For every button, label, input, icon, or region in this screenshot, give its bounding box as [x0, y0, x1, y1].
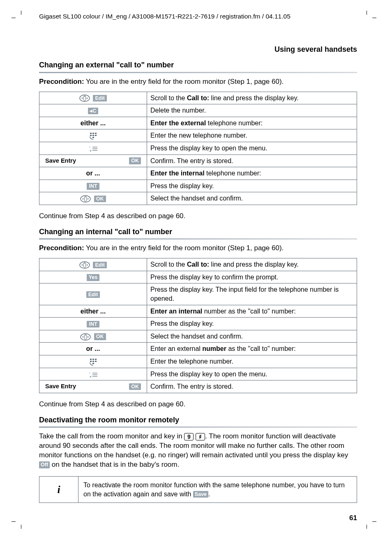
- nav-key-icon: [79, 261, 90, 269]
- table-row: OK Select the handset and confirm.: [39, 330, 357, 343]
- svg-text:?: ?: [89, 146, 90, 149]
- table-row: Edit Press the display key. The input fi…: [39, 283, 357, 305]
- section1-table: Edit Scroll to the Call to: line and pre…: [39, 92, 357, 205]
- table-row: either ... Enter an internal number as t…: [39, 305, 357, 318]
- keypad-icon: [89, 358, 98, 365]
- keypad-icon: [89, 132, 98, 139]
- softkey-int: INT: [87, 183, 99, 189]
- section2-heading: Changing an internal "call to" number: [39, 227, 357, 237]
- softkey-edit: Edit: [86, 291, 100, 298]
- softkey-yes: Yes: [87, 274, 100, 281]
- page-title: Using several handsets: [39, 44, 357, 54]
- svg-rect-24: [95, 361, 97, 362]
- section1-precondition: Precondition: You are in the entry field…: [39, 77, 357, 87]
- table-row: ? Press the display key to open the menu…: [39, 368, 357, 380]
- softkey-ok: OK: [94, 333, 106, 340]
- info-box: i To reactivate the room monitor functio…: [39, 476, 357, 503]
- softkey-edit: Edit: [93, 262, 107, 268]
- svg-rect-9: [92, 147, 97, 148]
- svg-rect-25: [92, 363, 94, 364]
- key-9: 9: [184, 433, 194, 440]
- svg-rect-28: [92, 376, 97, 377]
- svg-rect-27: [92, 374, 97, 375]
- table-row: ◂C Delete the number.: [39, 104, 357, 117]
- softkey-ok: OK: [129, 383, 141, 390]
- table-row: Edit Scroll to the Call to: line and pre…: [39, 92, 357, 104]
- svg-rect-8: [92, 137, 94, 138]
- svg-rect-7: [95, 135, 97, 136]
- nav-key-icon: [79, 94, 90, 102]
- nav-key-icon: [80, 333, 91, 341]
- svg-rect-22: [90, 361, 92, 362]
- softkey-off: Off: [39, 461, 50, 468]
- save-entry-label: Save Entry: [45, 383, 76, 391]
- svg-rect-19: [90, 359, 92, 360]
- menu-icon: ?: [88, 145, 98, 152]
- divider: [39, 72, 357, 73]
- section1-continue: Continue from Step 4 as described on pag…: [39, 212, 357, 221]
- table-row: or ... Enter an external number as the "…: [39, 343, 357, 355]
- svg-rect-23: [92, 361, 94, 362]
- svg-rect-6: [92, 135, 94, 136]
- table-row: either ... Enter the external telephone …: [39, 117, 357, 129]
- divider: [39, 238, 357, 240]
- svg-rect-26: [92, 373, 97, 373]
- section2-table: Edit Scroll to the Call to: line and pre…: [39, 258, 357, 393]
- key-hash: ♯: [196, 433, 205, 440]
- section3-heading: Deactivating the room monitor remotely: [39, 415, 357, 425]
- svg-rect-10: [92, 148, 97, 149]
- softkey-edit: Edit: [93, 95, 107, 101]
- svg-rect-20: [92, 359, 94, 360]
- svg-rect-2: [90, 133, 92, 134]
- svg-rect-11: [92, 150, 97, 151]
- svg-rect-5: [90, 135, 92, 136]
- softkey-ok: OK: [94, 196, 106, 202]
- table-row: Enter the new telephone number.: [39, 129, 357, 142]
- softkey-ok: OK: [129, 157, 141, 164]
- table-row: Yes Press the display key to confirm the…: [39, 271, 357, 283]
- table-row: or ... Enter the internal telephone numb…: [39, 167, 357, 180]
- save-entry-label: Save Entry: [45, 157, 76, 165]
- table-row: INT Press the display key.: [39, 180, 357, 192]
- svg-rect-3: [92, 133, 94, 134]
- page-number: 61: [39, 514, 357, 523]
- menu-icon: ?: [88, 371, 98, 378]
- doc-header: Gigaset SL100 colour / IM_eng / A31008-M…: [39, 12, 291, 21]
- table-row: ? Press the display key to open the menu…: [39, 142, 357, 155]
- table-row: OK Select the handset and confirm.: [39, 192, 357, 205]
- table-row: INT Press the display key.: [39, 318, 357, 330]
- softkey-clear: ◂C: [88, 108, 98, 114]
- svg-rect-4: [95, 133, 97, 134]
- softkey-save: Save: [193, 491, 208, 498]
- svg-text:?: ?: [89, 372, 90, 375]
- table-row: Edit Scroll to the Call to: line and pre…: [39, 258, 357, 271]
- section3-paragraph: Take the call from the room monitor and …: [39, 432, 357, 470]
- section2-precondition: Precondition: You are in the entry field…: [39, 244, 357, 253]
- table-row: Save Entry OK Confirm. The entry is stor…: [39, 154, 357, 167]
- svg-rect-21: [95, 359, 97, 360]
- table-row: Save Entry OK Confirm. The entry is stor…: [39, 380, 357, 393]
- info-icon: i: [39, 476, 78, 502]
- table-row: Enter the telephone number.: [39, 355, 357, 368]
- divider: [39, 426, 357, 428]
- section2-continue: Continue from Step 4 as described on pag…: [39, 400, 357, 409]
- section1-heading: Changing an external "call to" number: [39, 60, 357, 70]
- nav-key-icon: [80, 195, 91, 203]
- softkey-int: INT: [87, 321, 99, 327]
